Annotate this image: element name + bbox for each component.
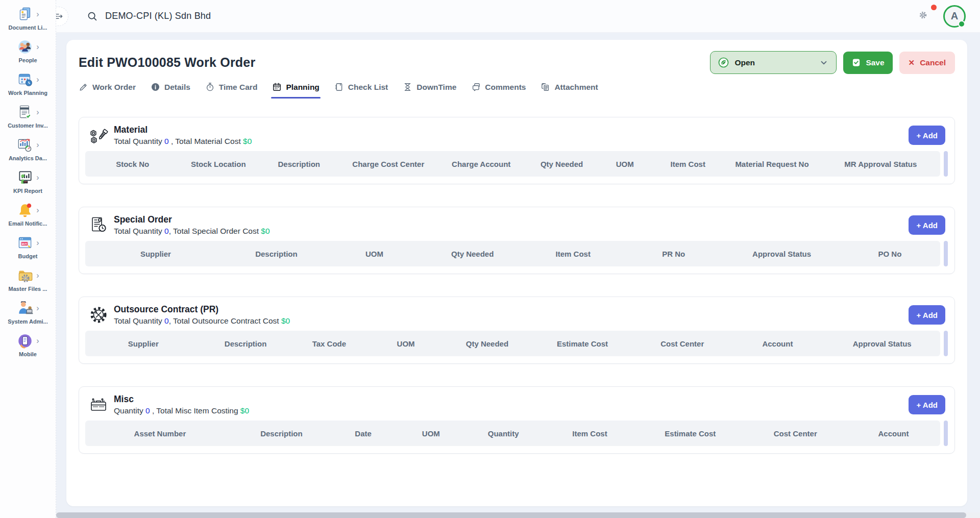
column-header: Estimate Cost bbox=[531, 339, 633, 348]
section-title: Special Order bbox=[114, 214, 270, 225]
sidebar-item-mobile[interactable]: Mobile bbox=[0, 329, 56, 361]
chevron-right-icon bbox=[36, 239, 39, 247]
sidebar-item-system-admin[interactable]: System Admi... bbox=[0, 296, 56, 329]
column-header: MR Approval Status bbox=[821, 160, 940, 168]
column-header: Estimate Cost bbox=[636, 429, 744, 438]
sidebar-item-document-library[interactable]: Document Li... bbox=[0, 2, 56, 35]
sidebar-item-customer-invoice[interactable]: Customer Inv... bbox=[0, 100, 56, 133]
svg-text:KPI: KPI bbox=[24, 181, 27, 183]
add-outsource-button[interactable]: + Add bbox=[909, 305, 945, 325]
stopwatch-icon bbox=[205, 82, 215, 92]
section-summary: Quantity 0 , Total Misc Item Costing $0 bbox=[114, 406, 249, 415]
cancel-button[interactable]: ✕ Cancel bbox=[899, 52, 955, 74]
sidebar-item-label: Customer Inv... bbox=[1, 122, 55, 129]
tab-attachment[interactable]: Attachment bbox=[541, 82, 598, 98]
chevron-right-icon bbox=[36, 304, 39, 312]
add-special-order-button[interactable]: + Add bbox=[909, 215, 945, 235]
material-section: Material Total Quantity 0 , Total Materi… bbox=[79, 117, 955, 184]
chevron-right-icon bbox=[36, 141, 39, 149]
table-scrollbar[interactable] bbox=[944, 241, 948, 266]
column-header: Charge Cost Center bbox=[341, 160, 435, 168]
chevron-right-icon bbox=[36, 10, 39, 18]
card-header: Edit PWO100085 Work Order Open Save bbox=[79, 49, 955, 78]
section-summary: Total Quantity 0, Total Special Order Co… bbox=[114, 227, 270, 236]
budget-icon: BUY bbox=[16, 234, 34, 252]
column-header: Stock Location bbox=[180, 160, 257, 168]
planning-sections: Material Total Quantity 0 , Total Materi… bbox=[79, 117, 955, 454]
quantity-value: 0 bbox=[164, 137, 169, 145]
special-order-table: Supplier Description UOM Qty Needed Item… bbox=[85, 241, 948, 266]
calendar-icon bbox=[272, 82, 282, 92]
table-scrollbar[interactable] bbox=[944, 331, 948, 356]
horizontal-scrollbar bbox=[56, 512, 980, 518]
tab-work-order[interactable]: Work Order bbox=[79, 82, 136, 98]
column-header: Cost Center bbox=[633, 339, 731, 348]
sidebar-item-label: Analytics Da... bbox=[1, 155, 55, 161]
sidebar-item-people[interactable]: People bbox=[0, 35, 56, 67]
outsource-contract-icon bbox=[88, 305, 109, 325]
add-misc-button[interactable]: + Add bbox=[909, 395, 945, 414]
sidebar-item-master-files[interactable]: Master Files ... bbox=[0, 263, 56, 296]
company-search[interactable]: DEMO-CPI (KL) Sdn Bhd bbox=[87, 11, 211, 21]
section-title: Material bbox=[114, 125, 252, 135]
tab-check-list[interactable]: Check List bbox=[334, 82, 388, 98]
column-header: Supplier bbox=[85, 339, 202, 348]
column-header: Item Cost bbox=[523, 250, 623, 258]
column-header: Description bbox=[257, 160, 341, 168]
tab-time-card[interactable]: Time Card bbox=[205, 82, 258, 98]
column-header: UOM bbox=[327, 250, 422, 258]
sidebar-item-work-planning[interactable]: Work Planning bbox=[0, 67, 56, 100]
tab-downtime[interactable]: DownTime bbox=[403, 82, 456, 98]
paste-icon bbox=[541, 82, 550, 92]
chevron-down-icon bbox=[819, 58, 828, 67]
company-name: DEMO-CPI (KL) Sdn Bhd bbox=[105, 11, 211, 21]
master-files-icon bbox=[16, 267, 34, 284]
special-order-section: Special Order Total Quantity 0, Total Sp… bbox=[79, 207, 955, 274]
sidebar-item-label: Work Planning bbox=[1, 90, 55, 96]
column-header: Description bbox=[202, 339, 290, 348]
misc-icon bbox=[88, 394, 109, 415]
sidebar-item-label: System Admi... bbox=[1, 318, 55, 325]
analytics-dashboard-icon bbox=[16, 136, 34, 154]
tab-comments[interactable]: Comments bbox=[471, 82, 526, 98]
kpi-report-icon: KPI bbox=[16, 169, 34, 186]
column-header: Charge Account bbox=[435, 160, 526, 168]
chevron-right-icon bbox=[36, 76, 39, 84]
status-label: Open bbox=[734, 58, 755, 67]
sidebar-item-analytics-dashboard[interactable]: Analytics Da... bbox=[0, 133, 56, 165]
tab-planning[interactable]: Planning bbox=[272, 82, 319, 98]
email-notification-icon bbox=[16, 202, 34, 219]
outsource-table: Supplier Description Tax Code UOM Qty Ne… bbox=[85, 331, 948, 356]
people-icon bbox=[16, 38, 34, 56]
column-header: Description bbox=[235, 429, 328, 438]
sidebar-item-email-notification[interactable]: Email Notific... bbox=[0, 198, 56, 231]
quantity-value: 0 bbox=[145, 406, 150, 415]
tab-details[interactable]: Details bbox=[151, 82, 190, 98]
column-header: PO No bbox=[840, 250, 940, 258]
misc-table: Asset Number Description Date UOM Quanti… bbox=[85, 421, 948, 446]
sidebar-item-kpi-report[interactable]: KPI KPI Report bbox=[0, 165, 56, 198]
header-actions: Open Save ✕ Cancel bbox=[710, 51, 955, 74]
table-scrollbar[interactable] bbox=[944, 151, 948, 177]
column-header: Tax Code bbox=[290, 339, 369, 348]
outsource-contract-section: Outsource Contract (PR) Total Quantity 0… bbox=[79, 297, 955, 364]
sidebar-item-budget[interactable]: BUY Budget bbox=[0, 231, 56, 263]
cost-value: $0 bbox=[240, 406, 249, 415]
add-material-button[interactable]: + Add bbox=[909, 126, 945, 145]
status-dropdown[interactable]: Open bbox=[710, 51, 837, 74]
table-header-row: Supplier Description Tax Code UOM Qty Ne… bbox=[85, 331, 940, 356]
settings-button[interactable] bbox=[918, 10, 928, 22]
cost-value: $0 bbox=[261, 227, 270, 235]
special-order-icon bbox=[88, 215, 109, 235]
tab-bar: Work Order Details Time Card Planning bbox=[79, 82, 955, 98]
table-scrollbar[interactable] bbox=[944, 421, 948, 446]
topbar: DEMO-CPI (KL) Sdn Bhd A bbox=[56, 0, 980, 33]
horizontal-scrollbar-thumb[interactable] bbox=[56, 512, 966, 518]
sidebar-item-label: Email Notific... bbox=[1, 220, 55, 227]
app-root: Document Li... People Work Planning Cust… bbox=[0, 0, 980, 518]
sidebar-item-label: Mobile bbox=[1, 351, 55, 357]
save-button[interactable]: Save bbox=[843, 52, 892, 74]
sidebar-item-label: KPI Report bbox=[1, 188, 55, 194]
column-header: Account bbox=[731, 339, 824, 348]
avatar[interactable]: A bbox=[943, 5, 966, 28]
